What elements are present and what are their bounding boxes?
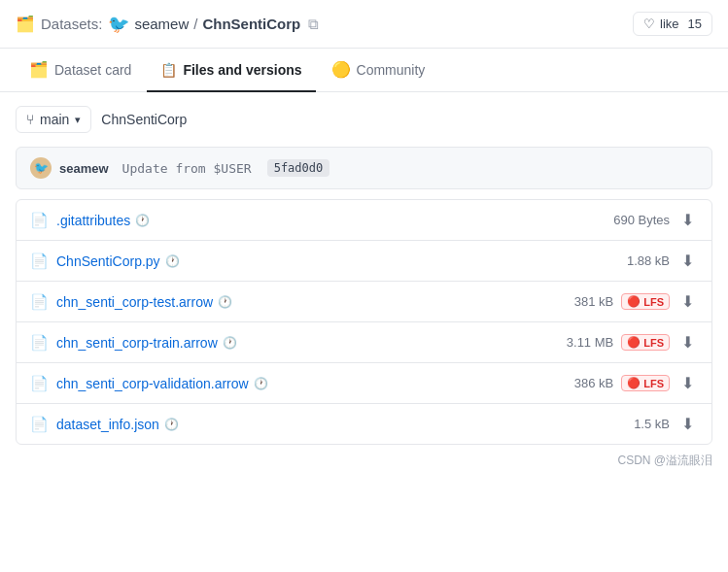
- branch-selector[interactable]: ⑂ main ▾: [16, 106, 91, 133]
- tab-community[interactable]: 🟡 Community: [318, 49, 439, 92]
- file-name-text: .gitattributes: [56, 213, 130, 228]
- version-icon: 🕐: [135, 214, 150, 227]
- branch-area: ⑂ main ▾ ChnSentiCorp: [0, 92, 728, 147]
- file-meta: 386 kB 🔴 LFS ⬇: [574, 372, 698, 394]
- file-size: 3.11 MB: [567, 335, 613, 350]
- heart-icon: ♡: [643, 17, 655, 31]
- file-icon: 📄: [30, 252, 49, 270]
- file-size: 1.5 kB: [634, 417, 670, 431]
- file-icon: 📄: [30, 293, 49, 311]
- file-icon: 📄: [30, 212, 49, 229]
- repo-path: ChnSentiCorp: [101, 112, 187, 127]
- separator: /: [193, 16, 197, 32]
- table-row: 📄 dataset_info.json 🕐 1.5 kB ⬇: [17, 404, 711, 444]
- tab-dataset-card-label: Dataset card: [54, 62, 131, 78]
- datasets-label: Datasets:: [41, 16, 102, 32]
- user-avatar: 🐦: [108, 14, 129, 35]
- file-icon: 📄: [30, 334, 49, 352]
- file-icon: 📄: [30, 416, 49, 433]
- file-size: 690 Bytes: [613, 213, 670, 227]
- files-icon: 📋: [160, 62, 177, 78]
- download-button[interactable]: ⬇: [677, 250, 698, 272]
- dataset-card-icon: 🗂️: [29, 60, 49, 79]
- version-icon: 🕐: [218, 295, 232, 309]
- version-icon: 🕐: [254, 377, 268, 390]
- file-meta: 381 kB 🔴 LFS ⬇: [574, 290, 698, 313]
- files-list: 📄 .gitattributes 🕐 690 Bytes ⬇ 📄 ChnSent…: [16, 199, 712, 445]
- file-name-text: ChnSentiCorp.py: [56, 253, 160, 269]
- lfs-icon: 🔴: [627, 336, 641, 349]
- file-link[interactable]: chn_senti_corp-test.arrow 🕐: [56, 294, 567, 310]
- file-link[interactable]: dataset_info.json 🕐: [56, 417, 626, 432]
- lfs-badge: 🔴 LFS: [621, 334, 670, 351]
- tab-bar: 🗂️ Dataset card 📋 Files and versions 🟡 C…: [0, 49, 728, 92]
- file-link[interactable]: chn_senti_corp-validation.arrow 🕐: [56, 376, 567, 391]
- file-name-text: chn_senti_corp-test.arrow: [56, 294, 213, 310]
- tab-files-versions-label: Files and versions: [183, 62, 301, 78]
- lfs-icon: 🔴: [627, 377, 641, 389]
- commit-row: 🐦 seamew Update from $USER 5fad0d0: [16, 147, 712, 189]
- copy-icon[interactable]: ⧉: [305, 17, 321, 32]
- file-meta: 690 Bytes ⬇: [613, 209, 698, 231]
- download-button[interactable]: ⬇: [677, 413, 698, 435]
- file-meta: 3.11 MB 🔴 LFS ⬇: [567, 331, 698, 353]
- lfs-label: LFS: [643, 296, 664, 308]
- branch-icon: ⑂: [26, 112, 34, 127]
- table-row: 📄 chn_senti_corp-test.arrow 🕐 381 kB 🔴 L…: [17, 282, 711, 322]
- tab-files-versions[interactable]: 📋 Files and versions: [147, 49, 315, 92]
- lfs-badge: 🔴 LFS: [621, 375, 670, 391]
- user-name[interactable]: seamew: [134, 16, 189, 32]
- file-link[interactable]: .gitattributes 🕐: [56, 213, 606, 228]
- commit-user[interactable]: seamew: [59, 161, 109, 176]
- version-icon: 🕐: [165, 254, 180, 268]
- file-link[interactable]: chn_senti_corp-train.arrow 🕐: [56, 335, 559, 351]
- download-button[interactable]: ⬇: [677, 290, 698, 313]
- file-size: 1.88 kB: [627, 253, 670, 268]
- file-icon: 📄: [30, 375, 49, 392]
- version-icon: 🕐: [223, 336, 237, 350]
- file-meta: 1.88 kB ⬇: [627, 250, 698, 272]
- datasets-icon: 🗂️: [16, 15, 35, 33]
- table-row: 📄 chn_senti_corp-train.arrow 🕐 3.11 MB 🔴…: [17, 322, 711, 363]
- commit-message: Update from $USER: [122, 161, 252, 176]
- file-size: 381 kB: [574, 294, 613, 309]
- watermark-text: CSDN @溢流眼泪: [617, 454, 712, 467]
- file-name-text: chn_senti_corp-train.arrow: [56, 335, 218, 351]
- like-count: 15: [688, 17, 702, 31]
- commit-hash[interactable]: 5fad0d0: [267, 159, 330, 177]
- lfs-label: LFS: [643, 337, 664, 349]
- file-link[interactable]: ChnSentiCorp.py 🕐: [56, 253, 619, 269]
- lfs-badge: 🔴 LFS: [621, 293, 670, 310]
- table-row: 📄 chn_senti_corp-validation.arrow 🕐 386 …: [17, 363, 711, 404]
- lfs-icon: 🔴: [627, 295, 641, 308]
- watermark: CSDN @溢流眼泪: [0, 445, 728, 477]
- like-label: like: [660, 17, 679, 31]
- version-icon: 🕐: [164, 418, 179, 431]
- branch-name: main: [40, 112, 69, 127]
- like-button[interactable]: ♡ like 15: [633, 12, 712, 36]
- download-button[interactable]: ⬇: [677, 209, 698, 231]
- file-name-text: chn_senti_corp-validation.arrow: [56, 376, 249, 391]
- repo-user: 🐦 seamew / ChnSentiCorp ⧉: [108, 14, 321, 35]
- file-name-text: dataset_info.json: [56, 417, 159, 432]
- chevron-down-icon: ▾: [75, 114, 81, 126]
- download-button[interactable]: ⬇: [677, 372, 698, 394]
- download-button[interactable]: ⬇: [677, 331, 698, 353]
- page-header: 🗂️ Datasets: 🐦 seamew / ChnSentiCorp ⧉ ♡…: [0, 0, 728, 49]
- file-size: 386 kB: [574, 376, 613, 390]
- lfs-label: LFS: [643, 378, 664, 389]
- commit-avatar: 🐦: [30, 157, 52, 179]
- table-row: 📄 .gitattributes 🕐 690 Bytes ⬇: [17, 200, 711, 241]
- repo-name[interactable]: ChnSentiCorp: [202, 16, 300, 32]
- file-meta: 1.5 kB ⬇: [634, 413, 698, 435]
- tab-community-label: Community: [357, 62, 426, 78]
- tab-dataset-card[interactable]: 🗂️ Dataset card: [16, 49, 145, 92]
- table-row: 📄 ChnSentiCorp.py 🕐 1.88 kB ⬇: [17, 241, 711, 282]
- community-icon: 🟡: [331, 60, 351, 79]
